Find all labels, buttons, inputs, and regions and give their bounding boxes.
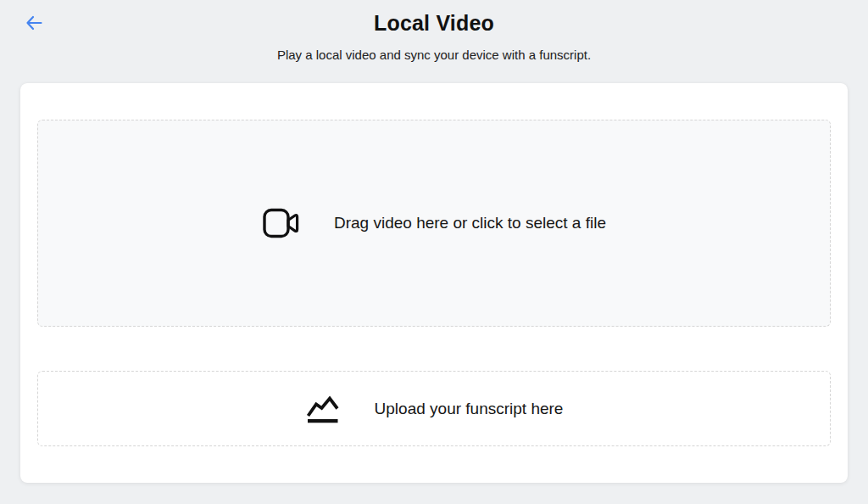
local-video-card: Drag video here or click to select a fil…: [20, 83, 848, 483]
funscript-dropzone[interactable]: Upload your funscript here: [37, 371, 831, 446]
back-arrow-icon: [25, 14, 43, 31]
video-dropzone-label: Drag video here or click to select a fil…: [334, 214, 606, 232]
page-title: Local Video: [0, 11, 868, 36]
video-camera-icon: [262, 207, 300, 239]
page-header: Local Video Play a local video and sync …: [0, 0, 868, 83]
back-button[interactable]: [23, 13, 45, 33]
chart-line-icon: [305, 392, 341, 426]
video-dropzone[interactable]: Drag video here or click to select a fil…: [37, 120, 831, 327]
page-subtitle: Play a local video and sync your device …: [0, 48, 868, 62]
funscript-dropzone-label: Upload your funscript here: [375, 400, 564, 418]
